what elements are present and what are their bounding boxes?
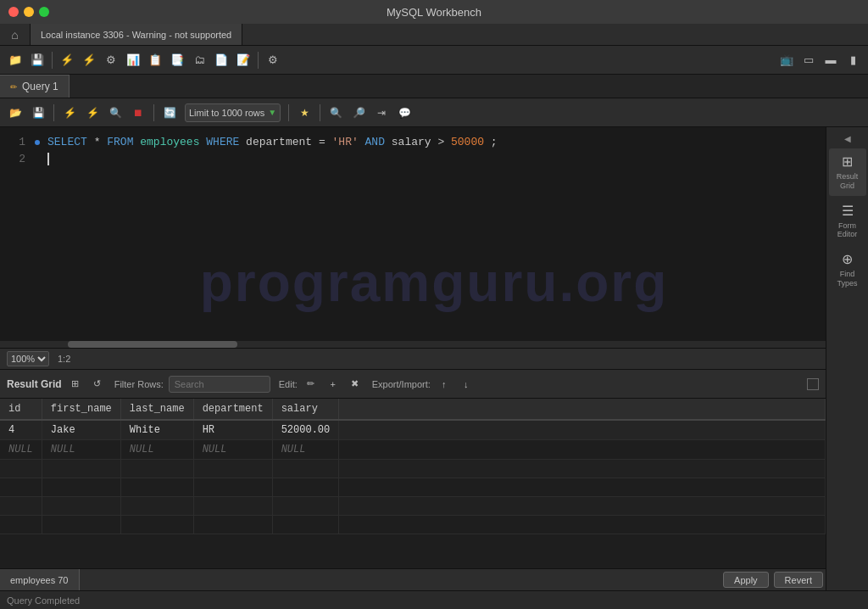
string-hr: 'HR' bbox=[332, 136, 359, 148]
cell-first-name[interactable]: Jake bbox=[42, 420, 120, 440]
zoom-select[interactable]: 100% 75% 125% bbox=[7, 351, 49, 366]
status-text: Query Completed bbox=[7, 595, 80, 606]
col-header-salary[interactable]: salary bbox=[272, 399, 339, 420]
table3-btn[interactable]: 📑 bbox=[167, 50, 187, 70]
limit-dropdown[interactable]: Limit to 1000 rows ▼ bbox=[185, 103, 281, 122]
schema-btn[interactable]: ⚙ bbox=[101, 50, 121, 70]
sql-sep-2 bbox=[153, 104, 154, 121]
window-title: MySQL Workbench bbox=[387, 6, 481, 19]
zoom-control: 100% 75% 125% bbox=[7, 351, 49, 366]
home-button[interactable]: ⌂ bbox=[0, 24, 31, 45]
col-header-last-name[interactable]: last_name bbox=[120, 399, 193, 420]
table4-btn[interactable]: 🗂 bbox=[189, 50, 209, 70]
monitor-btn[interactable]: 📺 bbox=[776, 50, 797, 70]
table2-btn[interactable]: 📋 bbox=[145, 50, 165, 70]
editor-area[interactable]: 1 2 SELECT * FROM employees WHERE depart… bbox=[0, 127, 868, 348]
revert-button[interactable]: Revert bbox=[774, 572, 823, 588]
empty-cell bbox=[42, 460, 120, 478]
table-name: employees bbox=[140, 136, 206, 148]
apply-button[interactable]: Apply bbox=[723, 572, 769, 588]
filter-search-input[interactable] bbox=[169, 376, 270, 393]
bottom-tab-bar: employees 70 Apply Revert bbox=[0, 568, 826, 590]
cell-department[interactable]: HR bbox=[193, 420, 272, 440]
close-button[interactable] bbox=[8, 7, 19, 17]
cell-null-id[interactable]: NULL bbox=[0, 440, 42, 460]
comment-btn[interactable]: 💬 bbox=[394, 103, 415, 123]
col-header-id[interactable]: id bbox=[0, 399, 42, 420]
save-script-btn[interactable]: 💾 bbox=[28, 103, 48, 123]
line-dots bbox=[31, 127, 44, 341]
connection-tab-bar: ⌂ Local instance 3306 - Warning - not su… bbox=[0, 24, 868, 46]
toolbar-sep-2 bbox=[258, 52, 259, 69]
col-header-first-name[interactable]: first_name bbox=[42, 399, 120, 420]
edit-icon[interactable]: ✏ bbox=[303, 376, 320, 393]
panel3-btn[interactable]: ▮ bbox=[843, 50, 863, 70]
open-folder-btn[interactable]: 📁 bbox=[5, 50, 25, 70]
results-table-container[interactable]: id first_name last_name department salar… bbox=[0, 399, 826, 568]
toolbar-sep-1 bbox=[52, 52, 53, 69]
empty-cell bbox=[120, 460, 193, 478]
run-btn[interactable]: ⚡ bbox=[59, 103, 80, 123]
open-script-btn[interactable]: 📂 bbox=[5, 103, 25, 123]
refresh-btn[interactable]: 🔄 bbox=[159, 103, 180, 123]
explain-btn[interactable]: 🔍 bbox=[105, 103, 125, 123]
cell-id[interactable]: 4 bbox=[0, 420, 42, 440]
connection-tab-label: Local instance 3306 - Warning - not supp… bbox=[41, 30, 231, 40]
replace-btn[interactable]: 🔎 bbox=[348, 103, 369, 123]
cell-last-name[interactable]: White bbox=[120, 420, 193, 440]
run-current-btn[interactable]: ⚡ bbox=[82, 103, 103, 123]
export-icon[interactable]: ↑ bbox=[436, 376, 453, 393]
empty-cell bbox=[0, 497, 42, 516]
empty-cell bbox=[120, 478, 193, 497]
cell-null-salary[interactable]: NULL bbox=[272, 440, 339, 460]
delete-row-icon[interactable]: ✖ bbox=[347, 376, 364, 393]
panel2-btn[interactable]: ▬ bbox=[821, 50, 841, 70]
cell-extra-2 bbox=[339, 440, 826, 460]
cell-salary[interactable]: 52000.00 bbox=[272, 420, 339, 440]
cell-extra-1 bbox=[339, 420, 826, 440]
results-toolbar: Result Grid ⊞ ↺ Filter Rows: Edit: ✏ + ✖… bbox=[0, 370, 826, 399]
connection-tab[interactable]: Local instance 3306 - Warning - not supp… bbox=[31, 24, 242, 45]
col-header-department[interactable]: department bbox=[193, 399, 272, 420]
sql-editor[interactable]: SELECT * FROM employees WHERE department… bbox=[44, 127, 868, 341]
query-tab-bar: ✏ Query 1 bbox=[0, 75, 868, 98]
table-btn[interactable]: 📊 bbox=[123, 50, 143, 70]
grid-view-icon[interactable]: ⊞ bbox=[67, 376, 84, 393]
editor-scrollbar[interactable] bbox=[0, 341, 868, 348]
sql-sep-4 bbox=[320, 104, 320, 121]
bottom-tab-employees[interactable]: employees 70 bbox=[0, 569, 80, 590]
query-btn[interactable]: 📝 bbox=[233, 50, 253, 70]
empty-cell bbox=[339, 460, 826, 478]
empty-cell bbox=[193, 497, 272, 516]
export-label: Export/Import: bbox=[372, 379, 431, 389]
save-btn[interactable]: 💾 bbox=[27, 50, 47, 70]
panel1-btn[interactable]: ▭ bbox=[798, 50, 819, 70]
operator-star: * bbox=[94, 136, 108, 148]
title-bar: MySQL Workbench bbox=[0, 0, 868, 24]
empty-cell bbox=[0, 516, 42, 534]
reconnect-btn[interactable]: ⚡ bbox=[79, 50, 99, 70]
import-icon[interactable]: ↓ bbox=[458, 376, 475, 393]
refresh-results-icon[interactable]: ↺ bbox=[89, 376, 106, 393]
right-panel: ◀ ⊞ ResultGrid ☰ FormEditor ⊕ FindTypes bbox=[826, 370, 868, 590]
table5-btn[interactable]: 📄 bbox=[211, 50, 231, 70]
settings-btn[interactable]: ⚙ bbox=[263, 50, 283, 70]
cell-null-first[interactable]: NULL bbox=[42, 440, 120, 460]
table-row-empty-4 bbox=[0, 516, 826, 534]
maximize-button[interactable] bbox=[39, 7, 49, 17]
empty-cell bbox=[42, 478, 120, 497]
result-checkbox[interactable] bbox=[807, 378, 819, 390]
minimize-button[interactable] bbox=[24, 7, 34, 17]
cell-null-last[interactable]: NULL bbox=[120, 440, 193, 460]
star-btn[interactable]: ★ bbox=[294, 103, 314, 123]
stop-btn[interactable]: ⏹ bbox=[128, 103, 148, 123]
cell-null-dept[interactable]: NULL bbox=[193, 440, 272, 460]
search-btn[interactable]: 🔍 bbox=[326, 103, 346, 123]
line-dot-1 bbox=[34, 134, 41, 151]
window-controls bbox=[8, 7, 49, 17]
query-tab[interactable]: ✏ Query 1 bbox=[0, 75, 70, 98]
add-row-icon[interactable]: + bbox=[325, 376, 342, 393]
results-main: Result Grid ⊞ ↺ Filter Rows: Edit: ✏ + ✖… bbox=[0, 370, 826, 590]
indent-btn[interactable]: ⇥ bbox=[371, 103, 392, 123]
bolt-btn[interactable]: ⚡ bbox=[57, 50, 77, 70]
